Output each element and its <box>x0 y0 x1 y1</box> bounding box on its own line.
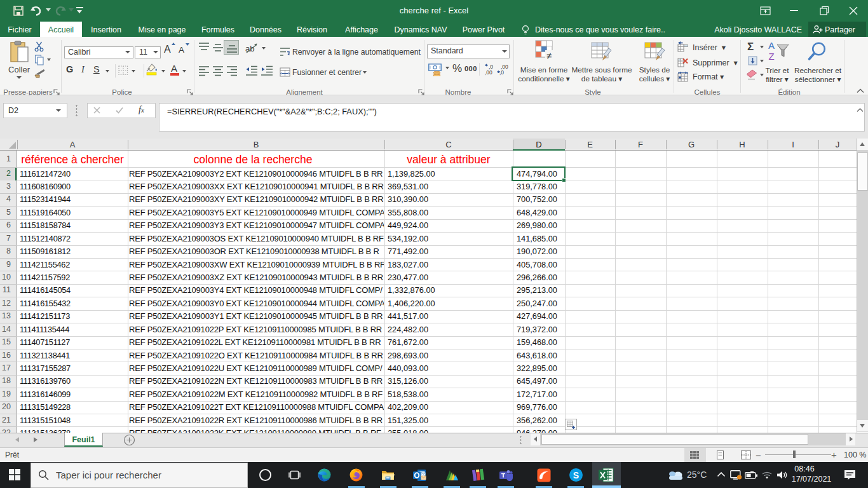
svg-text:,00: ,00 <box>485 69 492 76</box>
svg-text:Z: Z <box>769 51 775 62</box>
svg-text:S: S <box>573 470 579 480</box>
svg-text:A: A <box>768 40 775 51</box>
svg-text:≠: ≠ <box>546 50 552 61</box>
svg-text:ab: ab <box>245 44 254 53</box>
